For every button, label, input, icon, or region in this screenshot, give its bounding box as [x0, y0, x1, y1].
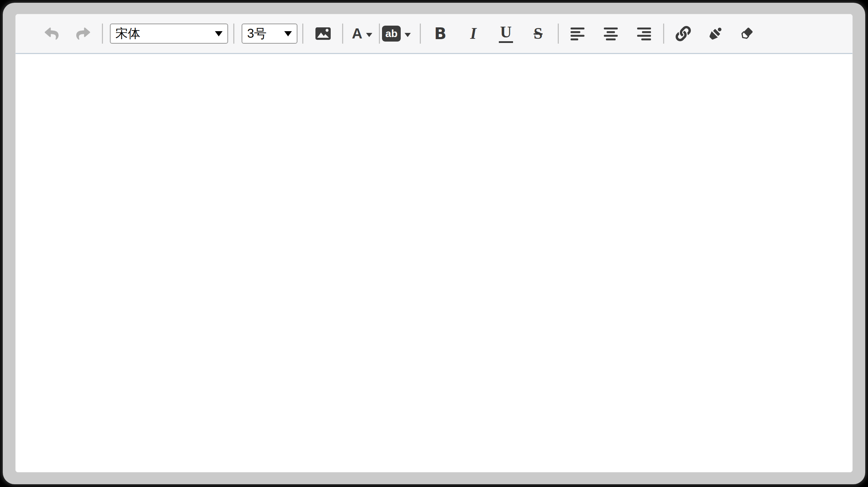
screenshot-root: { "window": { "type": "rich-text-editor"… — [0, 0, 868, 487]
toolbar-separator — [102, 24, 103, 44]
eraser-button[interactable] — [738, 25, 755, 42]
underline-button[interactable]: U — [497, 25, 514, 42]
bold-icon: B — [434, 26, 446, 42]
bold-button[interactable]: B — [432, 25, 449, 42]
italic-button[interactable]: I — [465, 25, 481, 42]
image-icon — [315, 26, 331, 41]
font-family-value: 宋体 — [115, 25, 140, 42]
chevron-down-icon — [366, 33, 372, 37]
undo-icon — [44, 27, 60, 41]
redo-icon — [75, 27, 91, 41]
align-center-icon — [603, 27, 618, 41]
editor-toolbar: 宋体 3号 A — [16, 14, 852, 54]
format-brush-button[interactable] — [707, 25, 724, 42]
toolbar-separator — [379, 24, 380, 44]
italic-icon: I — [470, 26, 476, 42]
strikethrough-icon: S — [534, 26, 543, 42]
toolbar-separator — [233, 24, 234, 44]
insert-link-button[interactable] — [675, 25, 692, 42]
toolbar-separator — [663, 24, 664, 44]
chevron-down-icon — [405, 33, 411, 37]
chevron-down-icon — [284, 31, 292, 36]
font-family-select[interactable]: 宋体 — [110, 24, 228, 44]
link-icon — [676, 26, 691, 41]
editor-window: 宋体 3号 A — [15, 14, 853, 472]
editor-window-frame: 宋体 3号 A — [3, 3, 865, 484]
align-right-icon — [636, 27, 652, 41]
highlight-color-button[interactable]: ab — [382, 25, 411, 42]
format-brush-icon — [708, 26, 723, 42]
eraser-icon — [739, 26, 755, 42]
redo-button[interactable] — [75, 25, 92, 42]
toolbar-separator — [342, 24, 343, 44]
underline-icon: U — [499, 24, 513, 43]
toolbar-separator — [302, 24, 303, 44]
insert-image-button[interactable] — [315, 25, 331, 42]
undo-button[interactable] — [43, 25, 60, 42]
editor-content-area[interactable] — [16, 54, 852, 472]
toolbar-separator — [420, 24, 421, 44]
font-color-letter: A — [352, 26, 362, 41]
font-color-button[interactable]: A — [352, 25, 372, 42]
chevron-down-icon — [215, 31, 223, 36]
font-size-value: 3号 — [247, 25, 267, 42]
toolbar-separator — [558, 24, 559, 44]
highlight-color-badge: ab — [382, 26, 401, 42]
align-left-icon — [570, 27, 585, 41]
font-size-select[interactable]: 3号 — [242, 24, 297, 44]
align-left-button[interactable] — [569, 25, 586, 42]
align-center-button[interactable] — [602, 25, 619, 42]
align-right-button[interactable] — [636, 25, 652, 42]
strikethrough-button[interactable]: S — [530, 25, 546, 42]
